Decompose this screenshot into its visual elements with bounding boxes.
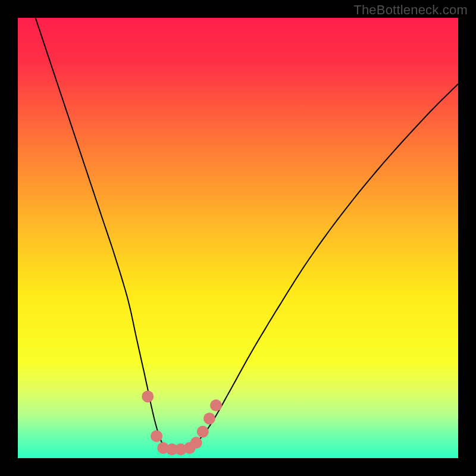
chart-frame: TheBottleneck.com [0,0,476,476]
watermark-text: TheBottleneck.com [353,2,468,18]
marker-layer [18,18,458,458]
highlight-dot [142,390,154,402]
highlight-dot [190,437,202,449]
highlight-dot [197,426,209,438]
highlight-dot [210,399,222,411]
plot-area [18,18,458,458]
highlight-dot [151,430,162,442]
highlight-dot [203,412,215,424]
highlight-dots [142,390,222,455]
